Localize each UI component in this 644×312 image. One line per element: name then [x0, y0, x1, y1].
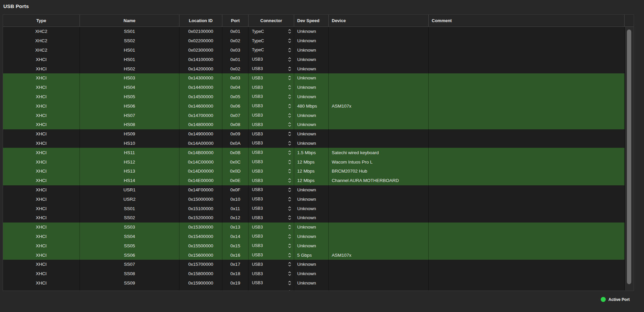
connector-dropdown[interactable]: USB3	[249, 269, 294, 278]
connector-dropdown[interactable]: USB3	[249, 73, 294, 83]
cell-comment[interactable]	[429, 129, 625, 139]
column-header-port[interactable]: Port	[222, 15, 249, 26]
cell-comment[interactable]	[429, 213, 625, 223]
cell-comment[interactable]	[429, 288, 625, 291]
cell-comment[interactable]	[429, 269, 625, 278]
cell-comment[interactable]	[429, 55, 625, 64]
connector-dropdown[interactable]: USB3	[249, 157, 294, 167]
connector-dropdown[interactable]: TypeC	[249, 27, 294, 36]
table-row[interactable]: XHCIHS080x148000000x08USB3Unknown	[3, 120, 625, 129]
cell-comment[interactable]	[429, 232, 625, 241]
column-header-comment[interactable]: Comment	[429, 15, 625, 26]
cell-comment[interactable]	[429, 101, 625, 111]
connector-dropdown[interactable]: USB3	[249, 278, 294, 288]
connector-dropdown[interactable]: USB3	[249, 129, 294, 139]
table-row[interactable]: XHCIUSR20x150000000x10USB3Unknown	[3, 194, 625, 204]
column-header-dev-speed[interactable]: Dev Speed	[294, 15, 329, 26]
table-row[interactable]: XHCIHS110x14B000000x0BUSB31.5 MbpsSatech…	[3, 148, 625, 157]
table-row[interactable]: XHCIHS020x142000000x02USB3Unknown	[3, 64, 625, 73]
table-row[interactable]: XHCISS090x159000000x19USB3Unknown	[3, 278, 625, 288]
cell-comment[interactable]	[429, 46, 625, 55]
table-row[interactable]: XHC2SS020x022000000x02TypeCUnknown	[3, 36, 625, 46]
cell-comment[interactable]	[429, 120, 625, 129]
table-row[interactable]: XHCISS070x157000000x17USB3Unknown	[3, 260, 625, 269]
cell-comment[interactable]	[429, 176, 625, 185]
cell-comment[interactable]	[429, 83, 625, 92]
cell-comment[interactable]	[429, 260, 625, 269]
cell-comment[interactable]	[429, 111, 625, 120]
connector-value: USB3	[252, 113, 263, 118]
cell-comment[interactable]	[429, 148, 625, 157]
cell-comment[interactable]	[429, 64, 625, 73]
connector-dropdown[interactable]: USB3	[249, 101, 294, 111]
usb-ports-table: Type Name Location ID Port Connector Dev…	[3, 14, 634, 291]
table-row[interactable]: XHC2HS010x023000000x03TypeCUnknown	[3, 46, 625, 55]
column-header-name[interactable]: Name	[80, 15, 179, 26]
table-row[interactable]: XHCISS060x156000000x16USB35 GbpsASM107x	[3, 250, 625, 260]
table-row[interactable]: XHCIHS120x14C000000x0CUSB312 MbpsWacom I…	[3, 157, 625, 167]
connector-dropdown[interactable]: USB3	[249, 185, 294, 195]
cell-comment[interactable]	[429, 278, 625, 288]
table-row[interactable]: XHCISS010x151000000x11USB3Unknown	[3, 204, 625, 213]
connector-dropdown[interactable]: USB3	[249, 111, 294, 120]
updown-chevrons-icon	[288, 206, 291, 211]
connector-dropdown[interactable]: TypeC	[249, 36, 294, 46]
cell-comment[interactable]	[429, 167, 625, 176]
connector-dropdown[interactable]: USB3	[249, 120, 294, 129]
table-row[interactable]: XHCIUSR10x14F000000x0FUSB3Unknown	[3, 185, 625, 195]
connector-dropdown[interactable]: USB3	[249, 176, 294, 185]
connector-dropdown[interactable]: USB3	[249, 241, 294, 250]
connector-dropdown[interactable]: USB3	[249, 260, 294, 269]
cell-comment[interactable]	[429, 139, 625, 148]
connector-dropdown[interactable]: USB3	[249, 148, 294, 157]
table-row[interactable]: XHCIHS100x14A000000x0AUSB3Unknown	[3, 139, 625, 148]
table-row[interactable]: XHCISS050x155000000x15USB3Unknown	[3, 241, 625, 250]
connector-dropdown[interactable]: USB3	[249, 194, 294, 204]
table-row[interactable]: XHCIHS140x14E000000x0EUSB312 MbpsChannel…	[3, 176, 625, 185]
table-row[interactable]: XHCISS020x152000000x12USB3Unknown	[3, 213, 625, 223]
column-header-connector[interactable]: Connector	[249, 15, 294, 26]
scrollbar-thumb[interactable]	[627, 29, 631, 284]
connector-dropdown[interactable]: USB3	[249, 213, 294, 223]
connector-dropdown[interactable]: USB3	[249, 83, 294, 92]
connector-dropdown[interactable]: USB3	[249, 232, 294, 241]
vertical-scrollbar[interactable]	[625, 27, 634, 291]
table-row[interactable]: XHCIHS040x144000000x04USB3Unknown	[3, 83, 625, 92]
cell-comment[interactable]	[429, 194, 625, 204]
connector-dropdown[interactable]: USB3	[249, 250, 294, 260]
table-row[interactable]: XHCISS040x154000000x14USB3Unknown	[3, 232, 625, 241]
connector-dropdown[interactable]: USB3	[249, 92, 294, 102]
connector-dropdown[interactable]: USB3	[249, 204, 294, 213]
connector-dropdown[interactable]: USB3	[249, 139, 294, 148]
cell-comment[interactable]	[429, 185, 625, 195]
column-header-location-id[interactable]: Location ID	[179, 15, 222, 26]
connector-dropdown[interactable]: USB3	[249, 55, 294, 64]
cell-comment[interactable]	[429, 250, 625, 260]
connector-dropdown[interactable]: USB3	[249, 223, 294, 232]
column-header-type[interactable]: Type	[3, 15, 80, 26]
cell-comment[interactable]	[429, 241, 625, 250]
table-row[interactable]: XHCIHS090x149000000x09USB3Unknown	[3, 129, 625, 139]
connector-dropdown[interactable]: USB3	[249, 288, 294, 291]
cell-comment[interactable]	[429, 27, 625, 36]
table-row[interactable]: XHCISS030x153000000x13USB3Unknown	[3, 223, 625, 232]
cell-comment[interactable]	[429, 73, 625, 83]
table-row[interactable]: XHCISS100x15A000000x1AUSB3Unknown	[3, 288, 625, 291]
cell-comment[interactable]	[429, 92, 625, 102]
table-row[interactable]: XHCISS080x158000000x18USB3Unknown	[3, 269, 625, 278]
table-row[interactable]: XHCIHS070x147000000x07USB3Unknown	[3, 111, 625, 120]
table-row[interactable]: XHCIHS050x145000000x05USB3Unknown	[3, 92, 625, 102]
connector-dropdown[interactable]: TypeC	[249, 46, 294, 55]
table-row[interactable]: XHCIHS060x146000000x06USB3480 MbpsASM107…	[3, 101, 625, 111]
cell-comment[interactable]	[429, 157, 625, 167]
column-header-device[interactable]: Device	[329, 15, 429, 26]
cell-comment[interactable]	[429, 204, 625, 213]
cell-comment[interactable]	[429, 223, 625, 232]
table-row[interactable]: XHCIHS010x141000000x01USB3Unknown	[3, 55, 625, 64]
cell-comment[interactable]	[429, 36, 625, 46]
table-row[interactable]: XHCIHS130x14D000000x0DUSB312 MbpsBRCM207…	[3, 167, 625, 176]
table-row[interactable]: XHC2SS010x021000000x01TypeCUnknown	[3, 27, 625, 36]
table-row[interactable]: XHCIHS030x143000000x03USB3Unknown	[3, 73, 625, 83]
connector-dropdown[interactable]: USB3	[249, 167, 294, 176]
connector-dropdown[interactable]: USB3	[249, 64, 294, 73]
